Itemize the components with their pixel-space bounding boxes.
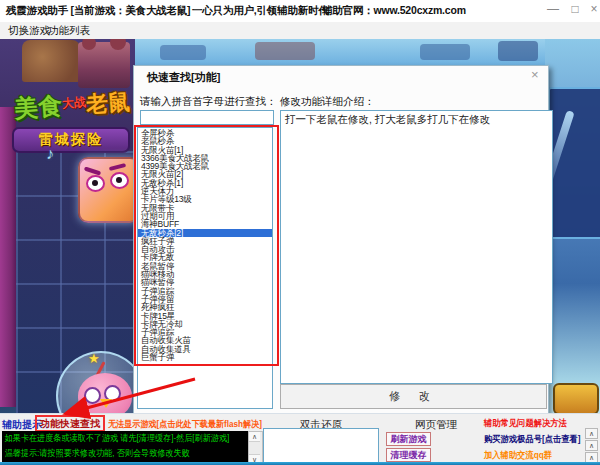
console-log[interactable]: 如果卡在进度条或读取不了游戏 请先[清理缓存]-然后[刷新游戏]温馨提示:请按照… — [2, 431, 248, 463]
bird-beak — [100, 399, 112, 408]
minimize-icon[interactable]: — — [545, 2, 561, 16]
faq-link[interactable]: 辅助常见问题解决方法 — [484, 417, 576, 430]
menu-switch-game[interactable]: 切换游戏 — [8, 24, 50, 38]
window-titlebar: 残霞游戏助手 [当前游戏：美食大战老鼠] 一心只为用户,引领辅助新时代 辅助官网… — [0, 0, 600, 23]
clear-cache-button[interactable]: 清理缓存 — [386, 448, 431, 462]
console-line: 如果卡在进度条或读取不了游戏 请先[清理缓存]-然后[刷新游戏] — [2, 431, 223, 446]
console-scrollbar[interactable]: ∧ ∨ — [248, 431, 263, 465]
cube-brow — [109, 163, 126, 171]
curtain-art — [0, 107, 16, 407]
chevron-up-icon[interactable]: ∧ — [585, 440, 598, 451]
game-art-shape — [255, 42, 315, 60]
logo-text-2: 大战 — [61, 95, 86, 111]
bottom-links: 辅助常见问题解决方法购买游戏极品号[点击查看]加入辅助交流qq群 — [484, 417, 584, 462]
detail-textarea[interactable]: 打一下老鼠在修改, 打大老鼠多打几下在修改 — [280, 110, 553, 384]
refresh-game-button[interactable]: 刷新游戏 — [386, 432, 431, 446]
game-art-shape — [160, 45, 206, 60]
logo-text-3: 老鼠 — [85, 89, 131, 117]
scroll-up-icon[interactable]: ∧ — [249, 432, 260, 442]
maximize-icon[interactable]: □ — [567, 2, 583, 16]
window-title: 残霞游戏助手 [当前游戏：美食大战老鼠] — [6, 4, 190, 18]
search-input[interactable] — [140, 110, 274, 125]
list-item[interactable]: 巨蟹子弹 — [138, 353, 272, 361]
close-icon[interactable]: × — [531, 67, 539, 82]
game-art-shape — [498, 41, 538, 61]
restore-listbox[interactable] — [263, 428, 379, 463]
cube-brow — [84, 166, 101, 175]
menu-function-list[interactable]: 功能列表 — [48, 24, 90, 38]
quick-find-tab[interactable]: 功能快速查找 — [35, 415, 105, 432]
logo-text-1: 美食 — [13, 92, 63, 122]
cube-pupil — [116, 177, 122, 183]
buy-account-link[interactable]: 购买游戏极品号[点击查看] — [484, 433, 576, 446]
cube-pupil — [92, 180, 98, 186]
search-label: 请输入拼音首字母进行查找： — [140, 95, 277, 109]
web-manage-label: 网页管理 — [415, 418, 457, 432]
flash-warning-link[interactable]: 无法显示游戏[点击此处下载最新flash解决] — [108, 418, 262, 431]
mouse-art — [22, 40, 80, 82]
modify-button[interactable]: 修 改 — [280, 384, 547, 409]
music-note-icon: ♪ — [46, 145, 54, 163]
cube-eye — [86, 175, 105, 192]
jelly-cube-character — [78, 157, 140, 223]
castle-art — [78, 42, 130, 88]
game-art-right — [545, 39, 600, 415]
console-line: 温馨提示:请按照要求修改功能, 否则会导致修改失败 — [2, 446, 223, 461]
right-character-art — [553, 383, 599, 415]
game-logo: 美食大战老鼠 — [13, 85, 131, 125]
dialog-title: 快速查找[功能] — [147, 70, 220, 85]
star-icon: ★ — [88, 351, 100, 366]
join-qq-group-link[interactable]: 加入辅助交流qq群 — [484, 449, 576, 462]
chevron-up-icon[interactable]: ∧ — [585, 428, 598, 439]
logo-subtitle-banner: 雷城探险 — [12, 127, 130, 153]
bottom-panel: 辅助提示： 功能快速查找 无法显示游戏[点击此处下载最新flash解决] 如果卡… — [0, 413, 600, 465]
bird-glasses-lens — [84, 387, 101, 404]
game-art-left: 美食大战老鼠 雷城探险 ♪ ★ — [0, 39, 135, 415]
window-slogan: 一心只为用户,引领辅助新时代 — [192, 4, 329, 18]
chevron-column: ∧∧∧ — [585, 428, 598, 462]
game-art-shape — [420, 44, 470, 60]
web-manage-buttons: 刷新游戏清理缓存游戏静音清理白屏 — [386, 432, 478, 460]
detail-label: 修改功能详细介绍： — [280, 95, 375, 109]
function-list[interactable]: 全屏秒杀老鼠秒杀无限火苗[1]3366美食大战老鼠4399美食大战老鼠无限火苗[… — [137, 127, 273, 409]
window-website: 辅助官网：www.520cxzm.com — [322, 4, 466, 18]
cube-eye — [110, 172, 129, 189]
close-window-icon[interactable]: × — [586, 2, 600, 16]
menu-bar: 切换游戏 功能列表 — [0, 22, 600, 39]
